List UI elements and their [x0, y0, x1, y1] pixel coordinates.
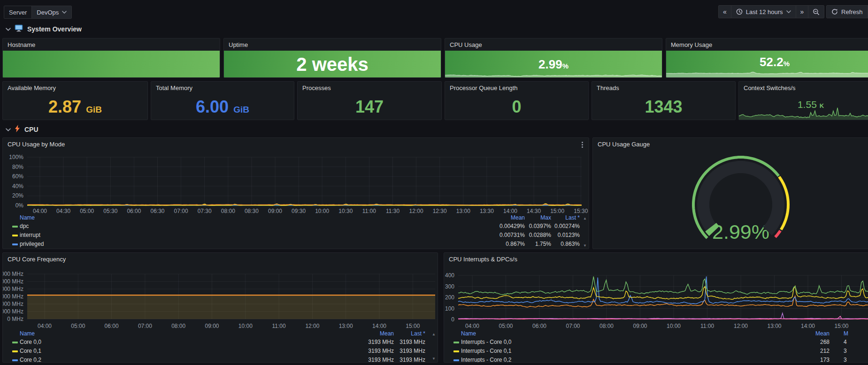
y-axis-tick: 0% [15, 202, 24, 209]
legend-value-partial: 3 [844, 357, 847, 363]
x-axis-tick: 15:00 [834, 323, 848, 329]
cpu-gauge-chart [593, 138, 868, 249]
x-axis-tick: 09:00 [205, 323, 219, 329]
refresh-label: Refresh [841, 8, 863, 15]
time-range-picker[interactable]: Last 12 hours [731, 6, 796, 18]
row-cpu[interactable]: CPU [6, 125, 38, 134]
panel-uptime: Uptime 2 weeks [223, 38, 441, 78]
x-axis-tick: 10:00 [667, 323, 681, 329]
legend-column-name[interactable]: Name [20, 214, 35, 221]
panel-title[interactable]: Uptime [224, 38, 441, 51]
x-axis-tick: 06:00 [127, 208, 141, 214]
legend-series-name[interactable]: Interrupts - Core 0,2 [461, 357, 511, 363]
x-axis-tick: 15:00 [550, 208, 564, 214]
time-controls-group: « Last 12 hours » [718, 5, 824, 18]
legend-series-name[interactable]: Core 0,1 [20, 348, 41, 354]
series-color-swatch [12, 243, 18, 245]
refresh-group: Refresh 30s [826, 5, 868, 18]
panel-memory-usage: Memory Usage 52.2% [666, 38, 868, 78]
processes-value: 147 [355, 99, 384, 115]
panel-title-text: CPU Usage [450, 41, 482, 48]
legend-series-name[interactable]: Core 0,2 [20, 357, 41, 363]
legend-column-max[interactable]: Max [540, 214, 551, 221]
legend-column-name[interactable]: Name [461, 330, 476, 337]
panel-title[interactable]: Processor Queue Length [445, 82, 588, 94]
variable-label-text: Server [9, 9, 27, 16]
section-title: CPU [24, 126, 38, 133]
panel-title[interactable]: Threads [592, 82, 735, 94]
legend-series-name[interactable]: interrupt [20, 232, 40, 238]
series-color-swatch [12, 350, 18, 352]
legend-column-mean[interactable]: Mean [380, 330, 394, 337]
legend-row[interactable]: Core 0,13193 MHz3193 MHz [3, 348, 438, 356]
legend-series-name[interactable]: Core 0,0 [20, 339, 41, 345]
panel-title-text: Hostname [8, 41, 35, 48]
legend-series-name[interactable]: privileged [20, 241, 44, 247]
legend-column-name[interactable]: Name [20, 330, 35, 337]
series-color-swatch [453, 350, 459, 352]
x-axis-tick: 13:30 [480, 208, 494, 214]
legend-column-last[interactable]: Last * [411, 330, 425, 337]
lightning-bolt-icon [15, 125, 20, 134]
panel-title[interactable]: Context Switches/s [739, 82, 868, 94]
chevron-down-icon [62, 11, 67, 14]
panel-title[interactable]: Available Memory [3, 82, 147, 94]
series-Interrupts - Core 0,0 [458, 276, 868, 294]
row-system-overview[interactable]: System Overview [6, 24, 82, 33]
legend-row[interactable]: Interrupts - Core 0,21733 [444, 357, 868, 363]
y-axis-tick: 40% [12, 183, 23, 190]
panel-title[interactable]: Hostname [3, 38, 220, 51]
x-axis-tick: 07:00 [138, 323, 152, 329]
series-dpc-purple [458, 313, 868, 319]
y-axis-tick: 100 [445, 305, 454, 312]
series-Interrupts - Core 0,2 [458, 276, 868, 304]
panel-title[interactable]: Processes [298, 82, 441, 94]
panel-cpu-interrupts-dpcs: CPU Interrupts & DPCs/s 010020030040004:… [444, 252, 868, 363]
legend-series-name[interactable]: Interrupts - Core 0,1 [461, 348, 511, 354]
legend-series-name[interactable]: Interrupts - Core 0,0 [461, 339, 511, 345]
panel-title[interactable]: Total Memory [151, 82, 294, 94]
legend-row[interactable]: dpc0.00429%0.0397%0.00274% [3, 223, 589, 231]
refresh-button[interactable]: Refresh [827, 6, 868, 18]
x-axis-tick: 07:30 [198, 208, 212, 214]
panel-context-switches: Context Switches/s 1.55 K [738, 81, 868, 120]
legend-column-max-partial[interactable]: M [844, 330, 848, 337]
variable-value-dropdown[interactable]: DevOps [31, 6, 71, 18]
legend-row[interactable]: Interrupts - Core 0,12123 [444, 348, 868, 356]
refresh-icon [831, 8, 838, 15]
x-axis-tick: 11:00 [700, 323, 714, 329]
time-shift-forward-button[interactable]: » [796, 6, 808, 18]
series-color-swatch [12, 235, 18, 236]
processor-queue-value-area: 0 [445, 94, 588, 120]
legend-column-mean[interactable]: Mean [511, 214, 525, 221]
time-shift-back-button[interactable]: « [719, 6, 731, 18]
panel-title-text: Processes [302, 84, 331, 91]
panel-threads: Threads 1343 [591, 81, 736, 120]
panel-title-text: Threads [597, 84, 619, 91]
double-chevron-left-icon: « [723, 8, 727, 15]
series-color-swatch [12, 359, 18, 361]
panel-title[interactable]: CPU Usage [445, 38, 662, 51]
gauge-threshold-arc [775, 231, 780, 237]
legend-row[interactable]: interrupt0.00731%0.0288%0.0123% [3, 232, 589, 240]
legend-series-name[interactable]: dpc [20, 223, 29, 229]
legend-value: 1.75% [535, 241, 551, 247]
legend-column-mean[interactable]: Mean [815, 330, 830, 337]
legend-row[interactable]: Core 0,03193 MHz3193 MHz [3, 339, 438, 347]
cpu-usage-value-area: 2.99% [445, 51, 662, 77]
monitor-icon [15, 24, 23, 33]
legend-value: 0.863% [561, 241, 580, 247]
legend-row[interactable]: privileged0.867%1.75%0.863% [3, 241, 589, 249]
legend-row[interactable]: Interrupts - Core 0,02684 [444, 339, 868, 347]
context-switches-value-area: 1.55 K [739, 94, 868, 120]
panel-processor-queue-length: Processor Queue Length 0 [445, 81, 589, 120]
x-axis-tick: 08:00 [171, 323, 185, 329]
legend-column-last[interactable]: Last * [565, 214, 580, 221]
legend-row[interactable]: Core 0,23193 MHz3193 MHz [3, 357, 438, 363]
y-axis-tick: 2000 MHz [3, 301, 23, 307]
x-axis-tick: 09:30 [292, 208, 306, 214]
zoom-out-button[interactable] [808, 6, 824, 18]
panel-title[interactable]: Memory Usage [666, 38, 868, 51]
legend-value: 3193 MHz [368, 348, 394, 354]
y-axis-tick: 4000 MHz [3, 286, 23, 292]
